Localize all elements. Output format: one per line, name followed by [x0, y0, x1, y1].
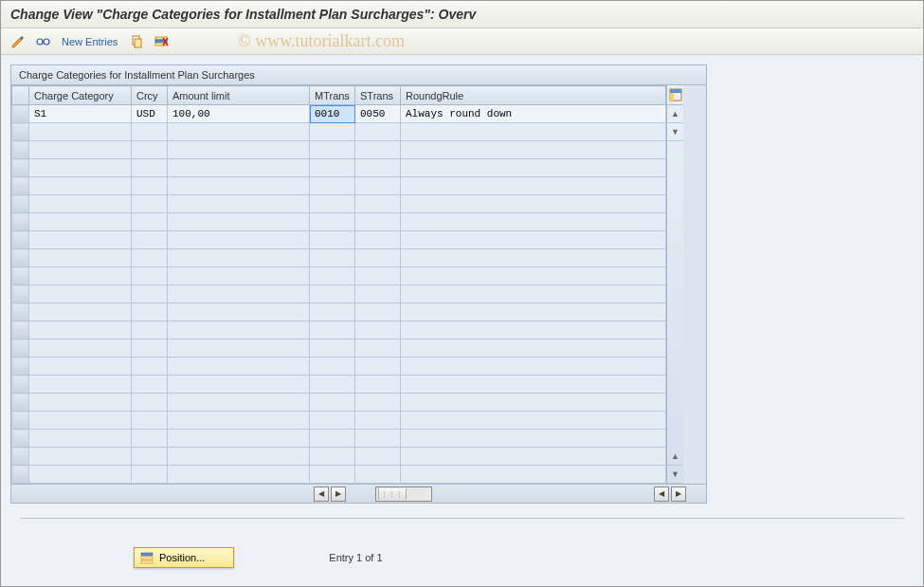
cell-empty[interactable] [168, 249, 310, 267]
cell-empty[interactable] [401, 466, 666, 484]
cell-empty[interactable] [29, 321, 132, 339]
row-selector[interactable] [12, 339, 29, 358]
cell-empty[interactable] [132, 339, 168, 358]
hscroll-right-button[interactable]: ▶ [331, 486, 346, 502]
cell-empty[interactable] [132, 358, 168, 376]
cell-empty[interactable] [310, 448, 355, 466]
row-selector[interactable] [12, 321, 29, 339]
cell-empty[interactable] [310, 303, 355, 321]
cell-empty[interactable] [29, 430, 132, 448]
cell-empty[interactable] [401, 285, 666, 303]
cell-empty[interactable] [310, 321, 355, 339]
cell-empty[interactable] [29, 466, 132, 484]
cell-empty[interactable] [29, 376, 132, 394]
cell-empty[interactable] [310, 339, 355, 358]
cell-empty[interactable] [29, 141, 132, 159]
row-selector[interactable] [12, 376, 29, 394]
cell-empty[interactable] [132, 123, 168, 141]
cell-empty[interactable] [132, 394, 168, 412]
cell-empty[interactable] [355, 159, 401, 177]
cell-empty[interactable] [310, 249, 355, 267]
cell-empty[interactable] [132, 213, 168, 231]
cell-empty[interactable] [29, 448, 132, 466]
cell-empty[interactable] [355, 303, 401, 321]
row-selector[interactable] [12, 466, 29, 484]
toggle-display-change-button[interactable] [9, 32, 27, 51]
cell-empty[interactable] [168, 267, 310, 285]
cell-empty[interactable] [132, 303, 168, 321]
cell-empty[interactable] [29, 394, 132, 412]
cell-empty[interactable] [132, 195, 168, 213]
scroll-track[interactable] [667, 141, 683, 448]
cell-empty[interactable] [355, 358, 401, 376]
cell-empty[interactable] [355, 123, 401, 141]
cell-empty[interactable] [355, 376, 401, 394]
cell-empty[interactable] [310, 213, 355, 231]
cell-empty[interactable] [401, 339, 666, 358]
row-selector-header[interactable] [12, 86, 29, 105]
cell-empty[interactable] [168, 303, 310, 321]
cell-amount-limit[interactable]: 100,00 [168, 105, 310, 123]
cell-empty[interactable] [401, 412, 666, 430]
col-header-mtrans[interactable]: MTrans [310, 86, 355, 105]
cell-empty[interactable] [401, 267, 666, 285]
cell-empty[interactable] [401, 195, 666, 213]
cell-empty[interactable] [310, 141, 355, 159]
cell-empty[interactable] [168, 448, 310, 466]
row-selector[interactable] [12, 267, 29, 285]
cell-empty[interactable] [401, 123, 666, 141]
cell-empty[interactable] [310, 195, 355, 213]
cell-empty[interactable] [29, 249, 132, 267]
cell-empty[interactable] [401, 177, 666, 195]
cell-empty[interactable] [310, 430, 355, 448]
cell-empty[interactable] [29, 213, 132, 231]
cell-empty[interactable] [401, 159, 666, 177]
cell-empty[interactable] [310, 376, 355, 394]
row-selector[interactable] [12, 213, 29, 231]
cell-empty[interactable] [355, 339, 401, 358]
cell-empty[interactable] [310, 285, 355, 303]
vertical-scrollbar[interactable]: ▲ ▼ ▲ ▼ [666, 85, 683, 484]
cell-empty[interactable] [29, 231, 132, 249]
row-selector[interactable] [12, 105, 29, 123]
cell-empty[interactable] [401, 249, 666, 267]
cell-empty[interactable] [355, 231, 401, 249]
cell-empty[interactable] [310, 358, 355, 376]
col-header-amount-limit[interactable]: Amount limit [168, 86, 310, 105]
hscroll-right-button-2[interactable]: ▶ [671, 486, 686, 502]
cell-empty[interactable] [355, 213, 401, 231]
col-header-roundg-rule[interactable]: RoundgRule [401, 86, 666, 105]
cell-empty[interactable] [401, 231, 666, 249]
hscroll-track[interactable]: ⋮⋮⋮ [375, 486, 432, 502]
cell-empty[interactable] [355, 448, 401, 466]
cell-empty[interactable] [29, 339, 132, 358]
cell-empty[interactable] [401, 430, 666, 448]
cell-empty[interactable] [132, 376, 168, 394]
cell-empty[interactable] [132, 430, 168, 448]
cell-empty[interactable] [401, 448, 666, 466]
cell-empty[interactable] [355, 249, 401, 267]
cell-empty[interactable] [310, 466, 355, 484]
cell-empty[interactable] [132, 177, 168, 195]
row-selector[interactable] [12, 303, 29, 321]
hscroll-thumb[interactable]: ⋮⋮⋮ [378, 488, 407, 500]
cell-empty[interactable] [132, 159, 168, 177]
row-selector[interactable] [12, 430, 29, 448]
cell-empty[interactable] [168, 231, 310, 249]
cell-empty[interactable] [401, 321, 666, 339]
cell-empty[interactable] [355, 141, 401, 159]
cell-empty[interactable] [132, 231, 168, 249]
scroll-up-button[interactable]: ▲ [667, 105, 683, 123]
cell-empty[interactable] [401, 358, 666, 376]
cell-empty[interactable] [355, 285, 401, 303]
row-selector[interactable] [12, 141, 29, 159]
cell-empty[interactable] [29, 358, 132, 376]
cell-empty[interactable] [168, 358, 310, 376]
new-entries-button[interactable]: New Entries [62, 36, 118, 47]
row-selector[interactable] [12, 231, 29, 249]
cell-empty[interactable] [168, 213, 310, 231]
cell-empty[interactable] [168, 376, 310, 394]
copy-as-button[interactable] [127, 32, 146, 51]
cell-empty[interactable] [355, 430, 401, 448]
cell-empty[interactable] [310, 159, 355, 177]
